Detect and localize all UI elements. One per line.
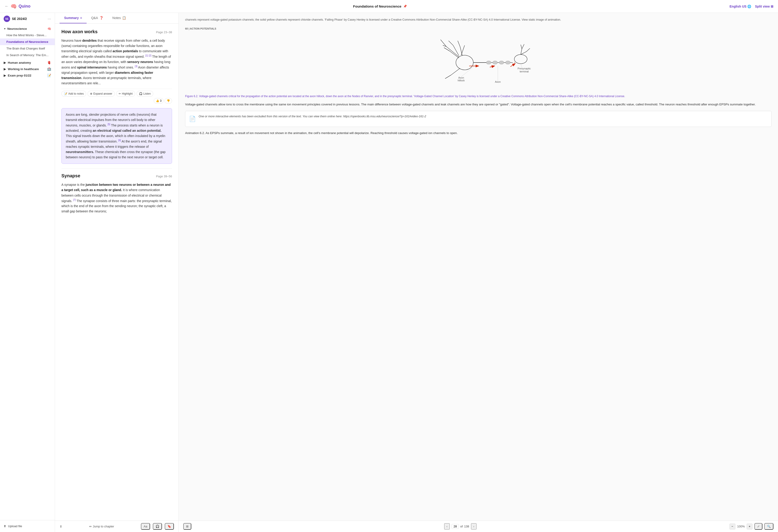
expand-answer-button[interactable]: ⊕ Expand answer xyxy=(87,91,115,97)
svg-text:Presynaptic: Presynaptic xyxy=(518,67,531,70)
svg-line-30 xyxy=(490,66,494,67)
qa-label: Q&A xyxy=(91,16,98,20)
upload-label: Upload file xyxy=(8,524,22,528)
total-pages: 138 xyxy=(464,525,469,528)
section1-title: How axon works xyxy=(61,29,98,34)
svg-rect-17 xyxy=(505,61,510,64)
svg-rect-15 xyxy=(493,61,497,64)
bookmark-button[interactable]: 🔖 xyxy=(165,523,174,530)
zoom-in-button[interactable]: + xyxy=(747,524,753,529)
more-icon[interactable]: ··· xyxy=(48,16,51,21)
section2-header: Synapse Page 39–56 xyxy=(61,173,172,178)
current-page-input[interactable] xyxy=(452,524,459,529)
sidebar-footer: ⬆ Upload file xyxy=(0,520,55,532)
like-button[interactable]: 👍 3 xyxy=(154,98,164,103)
svg-line-34 xyxy=(461,65,476,77)
svg-line-7 xyxy=(449,41,453,45)
sidebar-item-how-mind[interactable]: How the Mind Works - Steve... xyxy=(0,32,55,39)
back-icon[interactable]: ← xyxy=(5,4,9,9)
upload-icon-bottom: ⬆ xyxy=(60,525,62,528)
fit-icon: ⤢ xyxy=(757,525,760,528)
zoom-out-icon: − xyxy=(731,525,733,528)
workspace-label: SE SE 2024/2 xyxy=(4,16,27,22)
jump-to-chapter-button[interactable]: ⇔ Jump to chapter xyxy=(87,524,116,529)
svg-text:terminal: terminal xyxy=(520,70,529,73)
split-label: Split view xyxy=(755,5,770,8)
page-info: of 138 xyxy=(452,524,469,529)
section1-header: How axon works Page 23–38 xyxy=(61,29,172,34)
sidebar-item-foundations[interactable]: Foundations of Neuroscience xyxy=(0,39,55,45)
avatar: SE xyxy=(4,16,10,22)
brain-icon: 🧠 xyxy=(10,3,17,9)
doc-bottom-right: Aa 🎧 🔖 xyxy=(141,523,174,530)
dislike-button[interactable]: 👎 xyxy=(164,98,172,103)
anatomy-icon: 🫀 xyxy=(47,61,51,64)
search-text-button[interactable]: 🔍 xyxy=(764,523,773,530)
like-count: 3 xyxy=(160,99,161,102)
upload-button[interactable]: ⬆ Upload file xyxy=(4,523,51,529)
tab-qa[interactable]: Q&A ❓ xyxy=(87,13,108,23)
human-anatomy-label: ▶ Human anatomy xyxy=(4,61,31,64)
topbar: ← 🧠 Quino Foundations of Neuroscience 📌 … xyxy=(0,0,778,13)
exam-prep-label: ▶ Exam prep 01/22 xyxy=(4,74,31,77)
grid-view-button[interactable]: ⊞ xyxy=(183,523,191,530)
doc-panel: Summary ≡ Q&A ❓ Notes 📋 How axon works xyxy=(55,13,179,532)
audio-button[interactable]: 🎧 xyxy=(153,523,162,530)
language-button[interactable]: English US 🌐 xyxy=(730,5,752,8)
section2-title: Synapse xyxy=(61,173,80,178)
jump-label: Jump to chapter xyxy=(93,525,114,528)
section-divider xyxy=(61,168,172,169)
tab-notes[interactable]: Notes 📋 xyxy=(108,13,131,23)
arrow-right-icon: ▶ xyxy=(4,61,6,64)
sidebar-section-exam-prep[interactable]: ▶ Exam prep 01/22 📝 xyxy=(0,72,55,79)
expand-icon: ⊕ xyxy=(90,92,92,95)
neuroscience-icon: 🧠 xyxy=(48,27,51,30)
svg-line-11 xyxy=(451,68,460,75)
font-icon: Aa xyxy=(144,525,147,528)
zoom-out-button[interactable]: − xyxy=(729,524,735,529)
topbar-center: Foundations of Neuroscience 📌 xyxy=(353,4,407,8)
section2-pages: Page 39–56 xyxy=(156,174,172,178)
font-size-button[interactable]: Aa xyxy=(141,523,150,530)
svg-line-8 xyxy=(460,47,462,56)
next-page-button[interactable]: › xyxy=(471,523,476,529)
sidebar-section-header-neuroscience[interactable]: ▼ Neuroscience 🧠 xyxy=(0,26,55,32)
sidebar-item-in-search[interactable]: In Search of Memory: The Em... xyxy=(0,52,55,59)
audio-icon: 🎧 xyxy=(156,525,159,528)
split-view-button[interactable]: Split view ⊞ xyxy=(755,5,773,8)
sidebar: SE SE 2024/2 ··· ▼ Neuroscience 🧠 How th… xyxy=(0,13,55,532)
working-healthcare-label: ▶ Working in healthcare xyxy=(4,67,39,71)
logo[interactable]: 🧠 Quino xyxy=(10,3,30,9)
sidebar-section-working-healthcare[interactable]: ▶ Working in healthcare 🏥 xyxy=(0,66,55,72)
add-notes-button[interactable]: 📝 Add to notes xyxy=(61,91,86,97)
section1-pages: Page 23–38 xyxy=(156,30,172,34)
headphone-icon: 🎧 xyxy=(139,92,143,95)
notes-add-icon: 📝 xyxy=(64,92,67,95)
globe-icon: 🌐 xyxy=(747,5,751,8)
highlight-button[interactable]: ✏ Highlight xyxy=(116,91,135,97)
like-row: 👍 3 👎 xyxy=(154,98,172,103)
doc-content: How axon works Page 23–38 Neurons have d… xyxy=(55,23,178,521)
textbook-top-text: channels represent voltage-gated potassi… xyxy=(185,17,772,22)
document-icon: 📄 xyxy=(189,114,196,124)
arrow-icon: ▼ xyxy=(4,27,6,30)
tab-summary[interactable]: Summary ≡ xyxy=(60,13,87,23)
pin-icon: 📌 xyxy=(403,5,407,8)
summary-label-text: Summary xyxy=(64,16,79,20)
listen-button[interactable]: 🎧 Listen xyxy=(137,91,153,97)
jump-icon: ⇔ xyxy=(89,525,92,528)
svg-line-4 xyxy=(450,51,459,58)
arrow-right-icon2: ▶ xyxy=(4,67,6,71)
fit-page-button[interactable]: ⤢ xyxy=(755,523,762,530)
sidebar-section-human-anatomy[interactable]: ▶ Human anatomy 🫀 xyxy=(0,59,55,66)
page-navigation: ‹ of 138 › xyxy=(444,523,476,529)
workspace-name: SE 2024/2 xyxy=(12,17,27,21)
highlight-icon: ✏ xyxy=(119,92,121,95)
zoom-controls: − 100% + ⤢ 🔍 xyxy=(729,523,773,530)
prev-page-button[interactable]: ‹ xyxy=(444,523,450,529)
sidebar-item-brain-changes[interactable]: The Brain that Changes Itself xyxy=(0,45,55,52)
svg-line-25 xyxy=(521,45,522,49)
notes-label: Notes xyxy=(112,16,121,20)
thumb-up-icon: 👍 xyxy=(156,99,159,102)
doc-bottom-left: ⬆ xyxy=(60,525,62,528)
